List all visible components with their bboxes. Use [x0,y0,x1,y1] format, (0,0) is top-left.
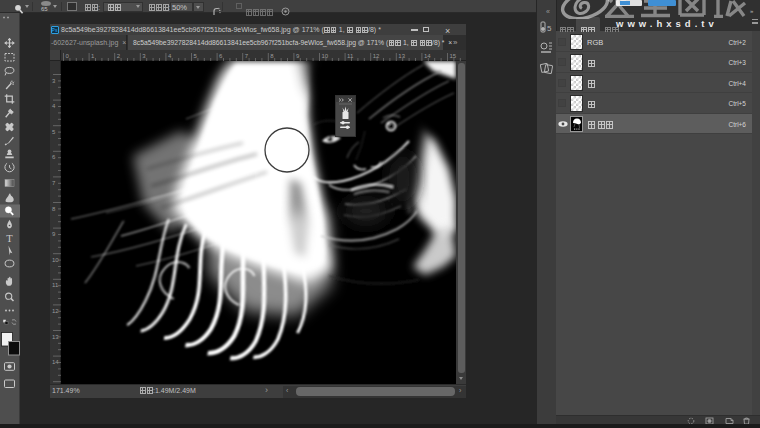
svg-text:9: 9 [296,53,300,59]
svg-text:4: 4 [168,53,172,59]
svg-text:5: 5 [52,129,56,135]
svg-text:10: 10 [322,53,329,59]
svg-text:T: T [6,233,13,244]
svg-text:13: 13 [52,334,59,340]
svg-text:3: 3 [142,53,146,59]
svg-text:5: 5 [547,24,552,33]
svg-text:9: 9 [52,231,56,237]
svg-text:12: 12 [373,53,380,59]
svg-text:8: 8 [270,53,274,59]
svg-text:7: 7 [52,180,56,186]
svg-text:13: 13 [398,53,405,59]
svg-text:1: 1 [91,53,95,59]
svg-text:0: 0 [66,53,70,59]
svg-text:11: 11 [347,53,354,59]
svg-text:11: 11 [52,282,59,288]
svg-text:6: 6 [52,154,56,160]
svg-text:12: 12 [52,308,59,314]
svg-text:15: 15 [450,53,457,59]
svg-text:5: 5 [194,53,198,59]
svg-text:14: 14 [52,359,59,365]
svg-text:2: 2 [117,53,121,59]
svg-text:8: 8 [52,206,56,212]
svg-text:4: 4 [52,103,56,109]
svg-text:6: 6 [219,53,223,59]
svg-text:14: 14 [424,53,431,59]
svg-text:10: 10 [52,257,59,263]
svg-text:3: 3 [52,78,56,84]
svg-text:7: 7 [245,53,249,59]
